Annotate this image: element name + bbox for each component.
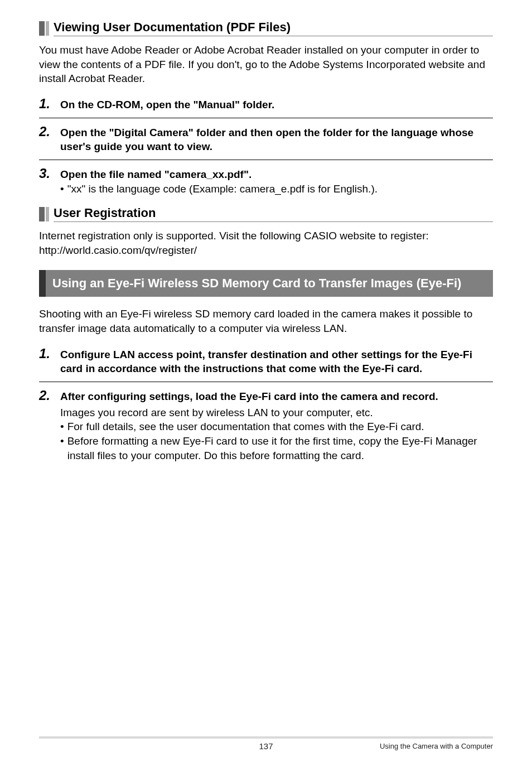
footer-line bbox=[39, 736, 493, 739]
header-bar-small bbox=[46, 21, 49, 36]
eyefi-step-2: 2. After configuring settings, load the … bbox=[39, 388, 493, 462]
intro-text: You must have Adobe Reader or Adobe Acro… bbox=[39, 43, 493, 86]
bullet-text: "xx" is the language code (Example: came… bbox=[67, 182, 378, 196]
step-line: 1. Configure LAN access point, transfer … bbox=[39, 346, 493, 376]
step-line: 1. On the CD-ROM, open the "Manual" fold… bbox=[39, 96, 493, 112]
step-text: Configure LAN access point, transfer des… bbox=[60, 346, 493, 376]
step-number: 1. bbox=[39, 346, 55, 362]
bullet: • For full details, see the user documen… bbox=[60, 420, 493, 434]
registration-line1: Internet registration only is supported.… bbox=[39, 230, 429, 242]
step-1: 1. On the CD-ROM, open the "Manual" fold… bbox=[39, 96, 493, 112]
step-body: Images you record are sent by wireless L… bbox=[60, 406, 493, 420]
header-bar-large bbox=[39, 207, 45, 221]
header-bar-small bbox=[46, 207, 49, 221]
step-2: 2. Open the "Digital Camera" folder and … bbox=[39, 124, 493, 154]
eyefi-step-1: 1. Configure LAN access point, transfer … bbox=[39, 346, 493, 376]
bullet-text: Before formatting a new Eye-Fi card to u… bbox=[67, 434, 493, 462]
registration-line2: http://world.casio.com/qv/register/ bbox=[39, 244, 197, 256]
footer-right: Using the Camera with a Computer bbox=[380, 742, 493, 750]
bullet: • Before formatting a new Eye-Fi card to… bbox=[60, 434, 493, 462]
footer-content: 137 Using the Camera with a Computer bbox=[39, 742, 493, 750]
step-text: After configuring settings, load the Eye… bbox=[60, 388, 438, 404]
bullet-dot: • bbox=[60, 434, 64, 449]
bullet-dot: • bbox=[60, 420, 64, 434]
section-header-registration: User Registration bbox=[39, 206, 493, 222]
step-line: 2. Open the "Digital Camera" folder and … bbox=[39, 124, 493, 154]
step-number: 2. bbox=[39, 388, 55, 404]
step-number: 3. bbox=[39, 166, 55, 182]
divider bbox=[39, 118, 493, 118]
section-title: Viewing User Documentation (PDF Files) bbox=[54, 20, 493, 36]
step-text: On the CD-ROM, open the "Manual" folder. bbox=[60, 96, 274, 112]
bullet-text: For full details, see the user documenta… bbox=[67, 420, 424, 434]
step-line: 3. Open the file named "camera_xx.pdf". bbox=[39, 166, 493, 182]
page-number: 137 bbox=[259, 741, 273, 751]
step-number: 1. bbox=[39, 96, 55, 112]
section-header-viewing: Viewing User Documentation (PDF Files) bbox=[39, 20, 493, 36]
divider bbox=[39, 382, 493, 382]
section-title: User Registration bbox=[54, 206, 493, 222]
bullet-dot: • bbox=[60, 182, 64, 196]
bullet: • "xx" is the language code (Example: ca… bbox=[60, 182, 493, 196]
step-3: 3. Open the file named "camera_xx.pdf". … bbox=[39, 166, 493, 196]
step-number: 2. bbox=[39, 124, 55, 140]
step-text: Open the file named "camera_xx.pdf". bbox=[60, 166, 252, 182]
step-line: 2. After configuring settings, load the … bbox=[39, 388, 493, 404]
banner-eyefi: Using an Eye-Fi Wireless SD Memory Card … bbox=[39, 270, 493, 297]
eyefi-intro: Shooting with an Eye-Fi wireless SD memo… bbox=[39, 307, 493, 335]
divider bbox=[39, 160, 493, 160]
footer: 137 Using the Camera with a Computer bbox=[39, 736, 493, 750]
step-text: Open the "Digital Camera" folder and the… bbox=[60, 124, 493, 154]
registration-text: Internet registration only is supported.… bbox=[39, 229, 493, 257]
header-bar-large bbox=[39, 21, 45, 36]
